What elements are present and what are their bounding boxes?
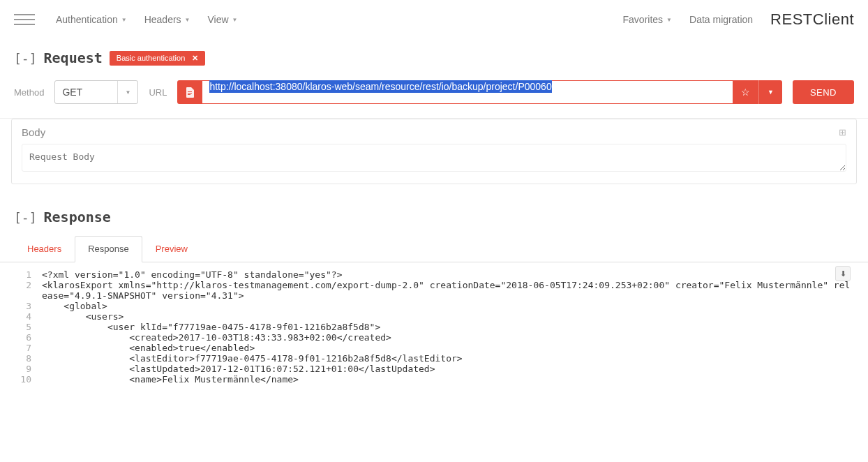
star-icon[interactable]: ☆ <box>733 80 758 104</box>
right-nav: Favorites▼ Data migration RESTClient <box>623 10 854 29</box>
code-line: 9 <lastUpdated>2017-12-01T16:07:52.121+0… <box>14 364 854 374</box>
request-header: [-] Request Basic authentication ✕ <box>0 39 868 73</box>
code-line: 2<klarosExport xmlns="http://klaros-test… <box>14 280 854 301</box>
request-title: Request <box>44 50 103 66</box>
caret-down-icon: ▼ <box>117 81 130 103</box>
request-body-input[interactable] <box>22 144 846 172</box>
document-icon[interactable] <box>177 80 202 104</box>
response-collapse-toggle[interactable]: [-] <box>14 210 37 225</box>
nav-view[interactable]: View▼ <box>208 14 238 25</box>
url-label: URL <box>149 87 167 98</box>
response-body: ⬇ 1<?xml version="1.0" encoding="UTF-8" … <box>0 262 868 392</box>
code-line: 3 <global> <box>14 301 854 311</box>
url-input[interactable]: http://localhost:38080/klaros-web/seam/r… <box>202 80 733 104</box>
caret-down-icon: ▼ <box>666 17 672 23</box>
url-group: http://localhost:38080/klaros-web/seam/r… <box>177 80 781 104</box>
code-line: 1<?xml version="1.0" encoding="UTF-8" st… <box>14 269 854 280</box>
auth-badge: Basic authentication ✕ <box>110 51 205 66</box>
nav-favorites[interactable]: Favorites▼ <box>623 14 673 25</box>
response-code: 1<?xml version="1.0" encoding="UTF-8" st… <box>14 269 854 385</box>
body-title: Body <box>22 126 45 138</box>
download-icon[interactable]: ⬇ <box>835 266 851 281</box>
grid-icon[interactable]: ⊞ <box>839 127 846 137</box>
brand-title: RESTClient <box>770 10 854 29</box>
caret-down-icon: ▼ <box>185 17 190 23</box>
request-collapse-toggle[interactable]: [-] <box>14 51 37 66</box>
tab-response[interactable]: Response <box>75 236 142 262</box>
response-header: [-] Response <box>0 198 868 232</box>
chevron-down-icon[interactable]: ▼ <box>758 80 782 104</box>
caret-down-icon: ▼ <box>121 17 127 23</box>
method-label: Method <box>14 87 44 98</box>
body-section: Body ⊞ <box>11 119 857 184</box>
code-line: 8 <lastEditor>f77719ae-0475-4178-9f01-12… <box>14 353 854 364</box>
method-select[interactable]: GET ▼ <box>54 80 138 104</box>
code-line: 6 <created>2017-10-03T18:43:33.983+02:00… <box>14 332 854 343</box>
code-line: 10 <name>Felix Mustermännle</name> <box>14 374 854 385</box>
close-icon[interactable]: ✕ <box>192 54 198 63</box>
code-line: 7 <enabled>true</enabled> <box>14 343 854 353</box>
send-button[interactable]: SEND <box>793 80 854 104</box>
nav-authentication[interactable]: Authentication▼ <box>56 14 127 25</box>
response-tabs: Headers Response Preview <box>0 236 868 262</box>
nav-data-migration[interactable]: Data migration <box>689 14 753 25</box>
code-line: 4 <users> <box>14 311 854 322</box>
hamburger-icon[interactable] <box>14 10 35 29</box>
caret-down-icon: ▼ <box>232 17 238 23</box>
tab-preview[interactable]: Preview <box>142 236 201 262</box>
code-line: 5 <user klId="f77719ae-0475-4178-9f01-12… <box>14 322 854 332</box>
request-row: Method GET ▼ URL http://localhost:38080/… <box>0 73 868 119</box>
nav-headers[interactable]: Headers▼ <box>144 14 190 25</box>
top-bar: Authentication▼ Headers▼ View▼ Favorites… <box>0 0 868 39</box>
tab-headers[interactable]: Headers <box>14 236 75 262</box>
nav-menu: Authentication▼ Headers▼ View▼ <box>56 14 623 25</box>
response-title: Response <box>44 209 111 225</box>
